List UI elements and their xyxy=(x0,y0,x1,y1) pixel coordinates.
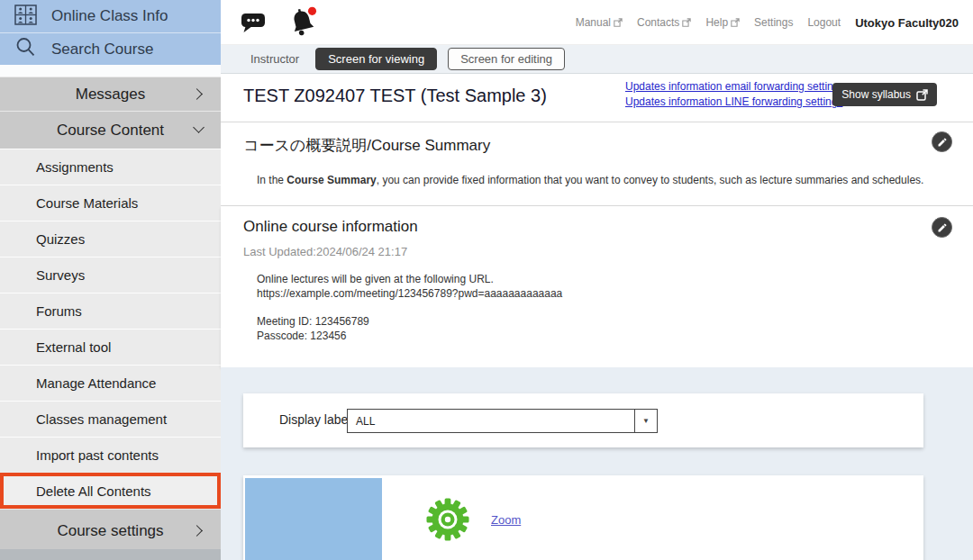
sidebar-item-external-tool[interactable]: External tool xyxy=(0,329,221,365)
summary-text-bold: Course Summary xyxy=(286,174,376,186)
nav-label: Manual xyxy=(576,16,611,29)
meeting-url: https://example.com/meeting/123456789?pw… xyxy=(257,286,562,301)
forwarding-links: Updates information email forwarding set… xyxy=(625,80,844,108)
show-syllabus-label: Show syllabus xyxy=(841,88,911,101)
sidebar-item-course-materials[interactable]: Course Materials xyxy=(0,185,221,221)
category-color-block xyxy=(245,478,382,560)
summary-text-part: , you can provide fixed information that… xyxy=(377,174,924,186)
sidebar-item-messages[interactable]: Messages xyxy=(0,77,221,111)
online-class-grid-icon xyxy=(14,5,37,29)
sidebar-item-manage-attendance[interactable]: Manage Attendance xyxy=(0,365,221,401)
sidebar-item-label: Online Class Info xyxy=(51,7,168,25)
nav-label: Settings xyxy=(754,16,793,29)
sidebar-item-label: Surveys xyxy=(36,267,85,283)
screen-for-viewing-button[interactable]: Screen for viewing xyxy=(315,48,437,70)
sidebar-footer-strip xyxy=(0,549,221,560)
sidebar-item-quizzes[interactable]: Quizzes xyxy=(0,221,221,257)
dropdown-arrow-icon: ▼ xyxy=(634,410,657,432)
user-name: Utokyo Faculty020 xyxy=(855,16,959,30)
chevron-down-icon xyxy=(193,122,205,133)
selected-value: ALL xyxy=(348,415,634,428)
sidebar-item-forums[interactable]: Forums xyxy=(0,293,221,329)
nav-settings-link[interactable]: Settings xyxy=(754,16,793,29)
online-course-info-section: Online course information Last Updated:2… xyxy=(221,206,973,367)
sidebar-item-label: Search Course xyxy=(51,41,153,59)
external-link-icon xyxy=(731,18,740,27)
show-syllabus-button[interactable]: Show syllabus xyxy=(832,83,937,106)
online-course-info-heading: Online course information xyxy=(243,218,418,236)
nav-help-link[interactable]: Help xyxy=(705,16,740,29)
role-label: Instructor xyxy=(250,52,299,66)
sidebar-item-course-content[interactable]: Course Content xyxy=(0,111,221,149)
chevron-right-icon xyxy=(191,88,203,100)
display-label-select[interactable]: ALL ▼ xyxy=(347,409,658,433)
edit-summary-pencil-icon[interactable] xyxy=(932,131,952,152)
course-header: TEST Z092407 TEST (Test Sample 3) Update… xyxy=(221,74,973,122)
sidebar-item-label: Classes management xyxy=(36,411,167,427)
sidebar-item-surveys[interactable]: Surveys xyxy=(0,257,221,293)
sidebar-item-label: Course Materials xyxy=(36,195,138,211)
sidebar-item-assignments[interactable]: Assignments xyxy=(0,149,221,185)
messages-chat-icon[interactable] xyxy=(241,12,268,38)
course-summary-heading: コースの概要説明/Course Summary xyxy=(243,135,490,156)
passcode: Passcode: 123456 xyxy=(257,329,562,343)
sidebar-item-label: Assignments xyxy=(36,159,114,175)
screen-for-editing-button[interactable]: Screen for editing xyxy=(448,48,565,70)
sidebar-item-delete-all-contents[interactable]: Delete All Contents xyxy=(0,473,221,509)
external-link-icon xyxy=(614,18,623,27)
course-summary-section: コースの概要説明/Course Summary In the Course Su… xyxy=(221,122,973,206)
sidebar: Online Class Info Search Course Messages… xyxy=(0,0,221,560)
line-forwarding-settings-link[interactable]: Updates information LINE forwarding sett… xyxy=(625,95,844,108)
course-summary-text: In the Course Summary, you can provide f… xyxy=(257,174,923,186)
content-item-card: Zoom xyxy=(243,475,923,560)
view-switch-bar: Instructor Screen for viewing Screen for… xyxy=(221,45,973,74)
summary-text-part: In the xyxy=(257,174,286,186)
online-course-info-body: Online lectures will be given at the fol… xyxy=(257,272,562,343)
top-bar: Manual Contacts Help Settings Logout Uto… xyxy=(221,0,973,45)
main-content: Manual Contacts Help Settings Logout Uto… xyxy=(221,0,973,560)
course-title: TEST Z092407 TEST (Test Sample 3) xyxy=(243,86,547,106)
sidebar-item-online-class-info[interactable]: Online Class Info xyxy=(0,0,221,32)
contents-area: Display label ALL ▼ xyxy=(221,367,973,560)
sidebar-item-classes-management[interactable]: Classes management xyxy=(0,401,221,437)
nav-label: Help xyxy=(705,16,728,29)
nav-logout-link[interactable]: Logout xyxy=(807,16,841,29)
nav-label: Contacts xyxy=(637,16,679,29)
chevron-right-icon xyxy=(191,525,203,537)
sidebar-item-label: Import past contents xyxy=(36,447,159,463)
sidebar-item-course-settings[interactable]: Course settings xyxy=(0,509,221,552)
email-forwarding-settings-link[interactable]: Updates information email forwarding set… xyxy=(625,80,844,93)
info-line: Online lectures will be given at the fol… xyxy=(257,272,562,286)
zoom-gear-icon xyxy=(426,498,469,545)
zoom-link[interactable]: Zoom xyxy=(491,513,521,527)
sidebar-item-label: Forums xyxy=(36,303,82,319)
sidebar-item-label: Manage Attendance xyxy=(36,375,156,391)
sidebar-item-import-past-contents[interactable]: Import past contents xyxy=(0,437,221,473)
external-link-icon xyxy=(682,18,691,27)
sidebar-divider xyxy=(0,65,221,77)
nav-label: Logout xyxy=(807,16,841,29)
sidebar-item-label: Course settings xyxy=(57,522,163,540)
sidebar-item-search-course[interactable]: Search Course xyxy=(0,32,221,65)
last-updated-text: Last Updated:2024/06/24 21:17 xyxy=(243,245,407,258)
edit-online-info-pencil-icon[interactable] xyxy=(932,217,952,238)
sidebar-item-label: Messages xyxy=(76,86,145,104)
nav-manual-link[interactable]: Manual xyxy=(576,16,623,29)
search-icon xyxy=(14,36,37,62)
sidebar-item-label: External tool xyxy=(36,339,111,355)
top-nav: Manual Contacts Help Settings Logout Uto… xyxy=(576,0,959,45)
sidebar-item-label: Delete All Contents xyxy=(36,483,151,499)
display-label-filter-card: Display label ALL ▼ xyxy=(243,393,923,447)
spacer xyxy=(257,301,562,314)
sidebar-item-label: Quizzes xyxy=(36,231,85,247)
external-link-icon xyxy=(916,89,928,101)
display-label-text: Display label xyxy=(279,412,350,427)
sidebar-item-label: Course Content xyxy=(57,122,164,140)
notifications-bell-icon[interactable] xyxy=(287,5,320,43)
meeting-id: Meeting ID: 123456789 xyxy=(257,314,562,329)
nav-contacts-link[interactable]: Contacts xyxy=(637,16,691,29)
